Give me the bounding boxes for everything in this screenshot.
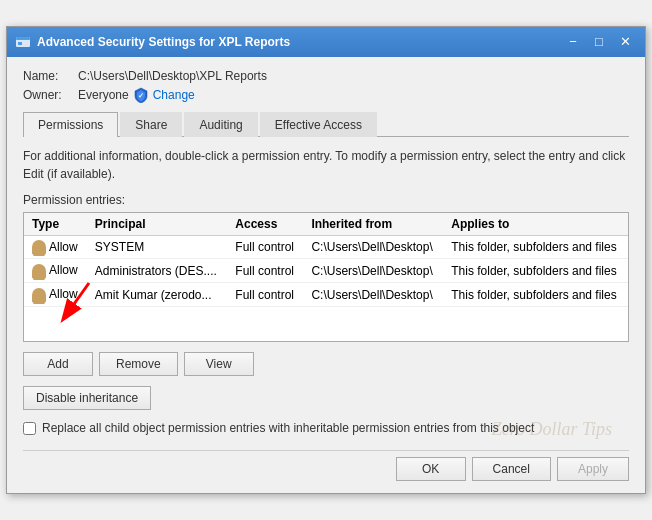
tab-effective-access[interactable]: Effective Access xyxy=(260,112,377,137)
window-controls: − □ ✕ xyxy=(561,33,637,51)
window-title: Advanced Security Settings for XPL Repor… xyxy=(37,35,555,49)
tab-permissions[interactable]: Permissions xyxy=(23,112,118,137)
cell-access: Full control xyxy=(227,283,303,307)
shield-icon: ✓ xyxy=(133,87,149,103)
window-icon xyxy=(15,34,31,50)
owner-label: Owner: xyxy=(23,88,78,102)
name-label: Name: xyxy=(23,69,78,83)
cell-applies-to: This folder, subfolders and files xyxy=(443,283,628,307)
replace-checkbox-row: Replace all child object permission entr… xyxy=(23,420,629,437)
title-bar: Advanced Security Settings for XPL Repor… xyxy=(7,27,645,57)
svg-point-4 xyxy=(35,241,43,249)
cell-principal: SYSTEM xyxy=(87,235,228,259)
svg-point-8 xyxy=(35,289,43,297)
svg-text:✓: ✓ xyxy=(138,92,144,99)
user-icon xyxy=(32,264,46,280)
add-button[interactable]: Add xyxy=(23,352,93,376)
cell-access: Full control xyxy=(227,259,303,283)
svg-rect-2 xyxy=(18,42,22,45)
svg-point-5 xyxy=(33,250,45,256)
cell-inherited-from: C:\Users\Dell\Desktop\ xyxy=(303,259,443,283)
cancel-button[interactable]: Cancel xyxy=(472,457,551,481)
cell-principal: Amit Kumar (zerodo... xyxy=(87,283,228,307)
view-button[interactable]: View xyxy=(184,352,254,376)
cell-type: Allow xyxy=(24,283,87,307)
table-row[interactable]: Allow SYSTEM Full control C:\Users\Dell\… xyxy=(24,235,628,259)
action-buttons-row: Add Remove View xyxy=(23,352,629,376)
ok-button[interactable]: OK xyxy=(396,457,466,481)
table-row[interactable]: Allow Administrators (DES.... Full contr… xyxy=(24,259,628,283)
cell-access: Full control xyxy=(227,235,303,259)
col-type: Type xyxy=(24,213,87,236)
cell-inherited-from: C:\Users\Dell\Desktop\ xyxy=(303,283,443,307)
description-text: For additional information, double-click… xyxy=(23,147,629,183)
disable-inheritance-button[interactable]: Disable inheritance xyxy=(23,386,151,410)
maximize-button[interactable]: □ xyxy=(587,33,611,51)
user-icon xyxy=(32,288,46,304)
tab-auditing[interactable]: Auditing xyxy=(184,112,257,137)
cell-type: Allow xyxy=(24,259,87,283)
remove-button[interactable]: Remove xyxy=(99,352,178,376)
svg-rect-1 xyxy=(16,37,30,40)
bottom-buttons: OK Cancel Apply xyxy=(23,450,629,481)
main-window: Advanced Security Settings for XPL Repor… xyxy=(6,26,646,495)
name-row: Name: C:\Users\Dell\Desktop\XPL Reports xyxy=(23,69,629,83)
cell-applies-to: This folder, subfolders and files xyxy=(443,235,628,259)
cell-principal: Administrators (DES.... xyxy=(87,259,228,283)
minimize-button[interactable]: − xyxy=(561,33,585,51)
svg-point-9 xyxy=(33,298,45,304)
owner-value: Everyone xyxy=(78,88,129,102)
svg-point-6 xyxy=(35,265,43,273)
cell-inherited-from: C:\Users\Dell\Desktop\ xyxy=(303,235,443,259)
dialog-content: Name: C:\Users\Dell\Desktop\XPL Reports … xyxy=(7,57,645,494)
svg-point-7 xyxy=(33,274,45,280)
perm-entries-label: Permission entries: xyxy=(23,193,629,207)
apply-button[interactable]: Apply xyxy=(557,457,629,481)
replace-checkbox[interactable] xyxy=(23,422,36,435)
change-link[interactable]: Change xyxy=(153,88,195,102)
col-access: Access xyxy=(227,213,303,236)
name-value: C:\Users\Dell\Desktop\XPL Reports xyxy=(78,69,267,83)
close-button[interactable]: ✕ xyxy=(613,33,637,51)
tab-share[interactable]: Share xyxy=(120,112,182,137)
col-applies: Applies to xyxy=(443,213,628,236)
replace-checkbox-label: Replace all child object permission entr… xyxy=(42,420,534,437)
col-inherited: Inherited from xyxy=(303,213,443,236)
user-icon xyxy=(32,240,46,256)
table-row[interactable]: Allow Amit Kumar (zerodo... Full control… xyxy=(24,283,628,307)
cell-applies-to: This folder, subfolders and files xyxy=(443,259,628,283)
cell-type: Allow xyxy=(24,235,87,259)
permissions-table-container[interactable]: Type Principal Access Inherited from App… xyxy=(23,212,629,342)
owner-row: Owner: Everyone ✓ Change xyxy=(23,87,629,103)
permissions-table: Type Principal Access Inherited from App… xyxy=(24,213,628,307)
tab-bar: Permissions Share Auditing Effective Acc… xyxy=(23,111,629,137)
col-principal: Principal xyxy=(87,213,228,236)
